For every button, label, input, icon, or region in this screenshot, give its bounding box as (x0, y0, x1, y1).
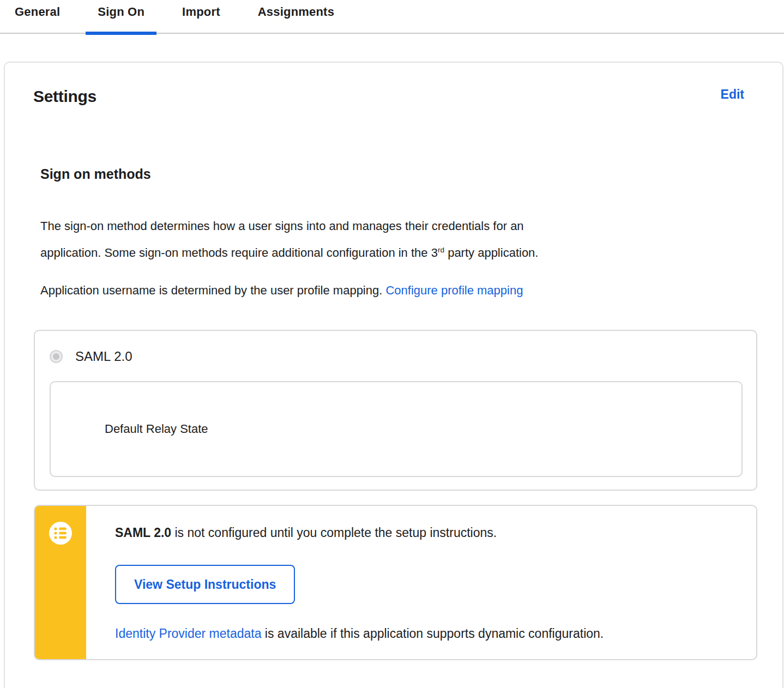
default-relay-state-box: Default Relay State (50, 381, 743, 477)
tab-assignments[interactable]: Assignments (246, 0, 346, 34)
settings-card: Settings Edit Sign on methods The sign-o… (4, 62, 783, 688)
warning-banner-message: is not configured until you complete the… (171, 526, 497, 540)
saml-method-box: SAML 2.0 Default Relay State (34, 330, 757, 491)
saml-warning-banner: SAML 2.0 is not configured until you com… (34, 505, 757, 660)
configure-profile-mapping-link[interactable]: Configure profile mapping (385, 283, 523, 297)
saml-radio-button[interactable] (50, 350, 63, 363)
warning-banner-content: SAML 2.0 is not configured until you com… (86, 506, 756, 659)
description-line2: application. Some sign-on methods requir… (40, 246, 438, 259)
warning-banner-text: SAML 2.0 is not configured until you com… (115, 526, 734, 540)
saml-radio-row: SAML 2.0 (50, 349, 743, 364)
sign-on-methods-section: Sign on methods The sign-on method deter… (40, 166, 757, 660)
username-mapping-text: Application username is determined by th… (40, 277, 757, 304)
tab-bar: General Sign On Import Assignments (0, 0, 784, 34)
description-line2-end: party application. (444, 246, 538, 259)
description-line1: The sign-on method determines how a user… (40, 219, 524, 233)
settings-card-header: Settings Edit (30, 87, 757, 106)
default-relay-state-label: Default Relay State (105, 422, 208, 436)
warning-banner-bold: SAML 2.0 (115, 526, 171, 540)
tab-import[interactable]: Import (170, 0, 232, 34)
tab-general[interactable]: General (3, 0, 72, 34)
list-icon (48, 521, 73, 546)
ordinal-superscript: rd (438, 246, 444, 254)
identity-provider-metadata-link[interactable]: Identity Provider metadata (115, 626, 261, 641)
edit-link[interactable]: Edit (721, 87, 744, 102)
warning-banner-footer: Identity Provider metadata is available … (115, 626, 734, 641)
username-mapping-label: Application username is determined by th… (40, 283, 385, 297)
view-setup-instructions-button[interactable]: View Setup Instructions (115, 565, 295, 604)
sign-on-methods-heading: Sign on methods (40, 166, 757, 182)
tab-sign-on[interactable]: Sign On (86, 0, 156, 34)
metadata-availability-text: is available if this application support… (261, 626, 604, 641)
saml-radio-label: SAML 2.0 (75, 349, 132, 364)
page-title: Settings (33, 87, 97, 106)
sign-on-description: The sign-on method determines how a user… (40, 213, 757, 266)
warning-banner-strip (35, 506, 86, 659)
